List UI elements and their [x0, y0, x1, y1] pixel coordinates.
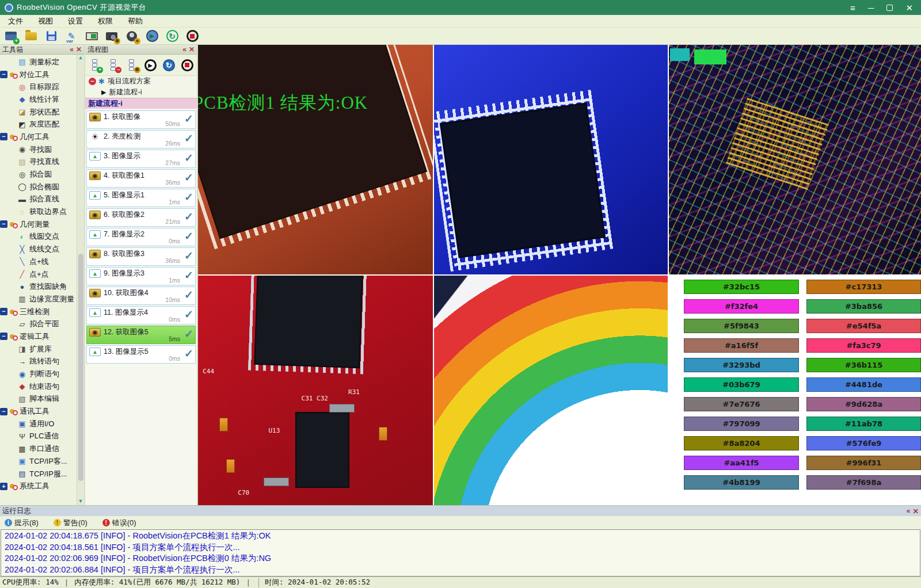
- menu-icon[interactable]: ≡: [850, 3, 855, 12]
- log-tab-错误[interactable]: !错误(0): [102, 518, 136, 528]
- toolbox-group-几何测量[interactable]: −几何测量: [0, 218, 77, 231]
- run-icon[interactable]: ▶: [144, 29, 159, 43]
- circle-notch-icon: ●: [17, 282, 27, 291]
- flow-step-12[interactable]: ◉12. 获取图像55ms✓: [86, 326, 196, 344]
- menu-item-文件[interactable]: 文件: [8, 16, 23, 26]
- open-project-icon[interactable]: [24, 29, 39, 43]
- flow-step-6[interactable]: ◉6. 获取图像221ms✓: [86, 208, 196, 227]
- close-panel-icon[interactable]: ✕: [189, 45, 195, 54]
- toolbox-item-扩展库[interactable]: ◨扩展库: [0, 343, 77, 356]
- flow-step-5[interactable]: ▲5. 图像显示11ms✓: [86, 189, 196, 207]
- collapse-scheme-icon[interactable]: −: [89, 78, 96, 85]
- close-panel-icon[interactable]: ✕: [76, 45, 82, 54]
- menu-item-帮助[interactable]: 帮助: [128, 16, 143, 26]
- close-icon[interactable]: ✕: [905, 3, 913, 12]
- minimize-icon[interactable]: ─: [868, 3, 874, 12]
- menu-item-设置[interactable]: 设置: [68, 16, 83, 26]
- stop-icon[interactable]: [185, 29, 200, 43]
- toolbox-group-几何工具[interactable]: −几何工具: [0, 131, 77, 143]
- toolbox-item-判断语句[interactable]: ◉判断语句: [0, 368, 77, 380]
- collapse-icon[interactable]: −: [0, 408, 7, 415]
- log-tab-提示[interactable]: i提示(8): [5, 518, 39, 528]
- toolbox-group-系统工具[interactable]: +系统工具: [0, 480, 77, 492]
- flow-step-9[interactable]: ▲9. 图像显示31ms✓: [86, 267, 196, 285]
- toolbox-item-形状匹配[interactable]: ◪形状匹配: [0, 106, 77, 119]
- user-permission-icon[interactable]: ●: [124, 29, 139, 43]
- collapse-icon[interactable]: −: [0, 308, 7, 315]
- toolbox-item-获取边界点[interactable]: ◌获取边界点: [0, 205, 77, 218]
- menu-item-权限[interactable]: 权限: [98, 16, 113, 26]
- flow-step-7[interactable]: ▲7. 图像显示20ms✓: [86, 228, 196, 246]
- flow-step-8[interactable]: ◉8. 获取图像336ms✓: [86, 247, 196, 266]
- flow-step-3[interactable]: ▲3. 图像显示27ms✓: [86, 150, 196, 168]
- toolbox-group-逻辑工具[interactable]: −逻辑工具: [0, 330, 77, 343]
- scroll-up-icon[interactable]: ▲: [78, 55, 83, 62]
- toolbox-item-串口通信[interactable]: ▦串口通信: [0, 442, 77, 455]
- log-list[interactable]: 2024-01-02 20:04:18.675 [INFO] - RoobetV…: [1, 529, 920, 576]
- save-icon[interactable]: [44, 29, 59, 43]
- toolbox-item-跳转语句[interactable]: →跳转语句: [0, 356, 77, 368]
- toolbox-item-查找圆缺角[interactable]: ●查找圆缺角: [0, 280, 77, 293]
- toolbox-item-点+点[interactable]: ╱点+点: [0, 268, 77, 281]
- camera-settings-icon[interactable]: ✱: [104, 29, 119, 43]
- toolbox-item-拟合平面[interactable]: ▱拟合平面: [0, 318, 77, 330]
- toolbox-item-TCP/IP客...[interactable]: ▣TCP/IP客...: [0, 455, 77, 468]
- menu-item-视图[interactable]: 视图: [38, 16, 53, 26]
- add-flow-icon[interactable]: +: [87, 58, 102, 72]
- collapse-panel-icon[interactable]: «: [70, 45, 74, 54]
- toolbox-item-点+线[interactable]: ╲点+线: [0, 255, 77, 268]
- toolbox-item-测量标定[interactable]: ▤测量标定: [0, 56, 77, 68]
- toolbox-group-对位工具[interactable]: −对位工具: [0, 68, 77, 81]
- toolbox-scrollbar[interactable]: ▲ ▼: [77, 55, 84, 505]
- capture-card-icon[interactable]: [84, 29, 99, 43]
- flow-step-10[interactable]: ◉10. 获取图像410ms✓: [86, 287, 196, 305]
- toolbox-item-结束语句[interactable]: ◆结束语句: [0, 380, 77, 393]
- log-tab-警告[interactable]: !警告(0): [54, 518, 87, 528]
- collapse-panel-icon[interactable]: «: [182, 45, 187, 54]
- toolbox-item-目标跟踪[interactable]: ◎目标跟踪: [0, 81, 77, 93]
- flow-step-11[interactable]: ▲11. 图像显示40ms✓: [86, 306, 196, 324]
- toolbox-item-灰度匹配[interactable]: ◩灰度匹配: [0, 118, 77, 131]
- log-entry: 2024-01-02 20:04:18.561 [INFO] - 项目方案单个流…: [5, 542, 916, 553]
- loop-run-icon[interactable]: ↻: [165, 29, 180, 43]
- flow-item-row[interactable]: ▶ 新建流程-i: [85, 87, 197, 98]
- variable-edit-icon[interactable]: ✎var: [64, 29, 79, 43]
- toolbox-item-通用I/O[interactable]: ▣通用I/O: [0, 418, 77, 430]
- flow-settings-icon[interactable]: ✱: [124, 58, 139, 72]
- toolbox-item-寻找直线[interactable]: ▤寻找直线: [0, 156, 77, 169]
- flow-step-13[interactable]: ▲13. 图像显示50ms✓: [86, 345, 196, 364]
- scroll-thumb[interactable]: [78, 254, 83, 481]
- toolbox-item-TCP/IP服...[interactable]: ▤TCP/IP服...: [0, 468, 77, 480]
- collapse-icon[interactable]: −: [0, 71, 7, 78]
- flow-step-2[interactable]: ☀2. 亮度检测26ms✓: [86, 130, 196, 148]
- flow-step-4[interactable]: ◉4. 获取图像136ms✓: [86, 169, 196, 188]
- collapse-icon[interactable]: −: [0, 333, 7, 340]
- collapse-panel-icon[interactable]: «: [907, 507, 911, 515]
- close-panel-icon[interactable]: ✕: [913, 507, 919, 516]
- toolbox-item-拟合直线[interactable]: ▬拟合直线: [0, 193, 77, 206]
- app-logo-icon: [5, 3, 13, 12]
- stop-flow-icon[interactable]: [180, 58, 195, 72]
- new-project-icon[interactable]: +: [3, 29, 18, 43]
- toolbox-item-寻找圆[interactable]: ◉寻找圆: [0, 143, 77, 156]
- toolbox-item-拟合椭圆[interactable]: ◯拟合椭圆: [0, 181, 77, 193]
- collapse-icon[interactable]: −: [0, 220, 7, 228]
- toolbox-item-线性计算[interactable]: ◆线性计算: [0, 93, 77, 106]
- toolbox-item-边缘宽度测量[interactable]: ▥边缘宽度测量: [0, 293, 77, 306]
- remove-flow-icon[interactable]: −: [106, 58, 120, 72]
- expand-icon[interactable]: +: [0, 483, 7, 490]
- toolbox-item-PLC通信[interactable]: ΨPLC通信: [0, 430, 77, 443]
- flow-step-1[interactable]: ◉1. 获取图像50ms✓: [86, 110, 196, 129]
- loop-flow-icon[interactable]: ↻: [162, 58, 176, 72]
- toolbox-group-三维检测[interactable]: −三维检测: [0, 306, 77, 318]
- toolbox-item-脚本编辑[interactable]: ▧脚本编辑: [0, 393, 77, 406]
- toolbox-item-线线交点[interactable]: ╳线线交点: [0, 243, 77, 255]
- toolbox-item-线圆交点[interactable]: ◐线圆交点: [0, 231, 77, 243]
- scroll-down-icon[interactable]: ▼: [78, 498, 83, 505]
- collapse-icon[interactable]: −: [0, 133, 7, 140]
- toolbox-group-通讯工具[interactable]: −通讯工具: [0, 405, 77, 418]
- run-flow-icon[interactable]: ▶: [143, 58, 158, 72]
- toolbox-item-拟合圆[interactable]: ◎拟合圆: [0, 168, 77, 181]
- restore-icon[interactable]: [886, 3, 893, 12]
- flow-scheme-row[interactable]: − ✱ 项目流程方案: [85, 76, 197, 87]
